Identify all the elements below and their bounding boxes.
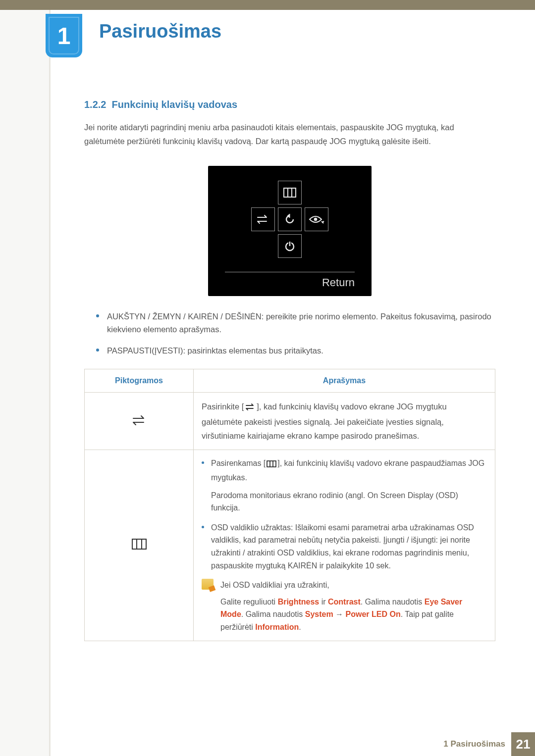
osd-left-source-icon	[251, 207, 275, 231]
svg-point-3	[314, 218, 317, 221]
bullet-text: AUKŠTYN / ŽEMYN / KAIRĖN / DEŠINĖN: pere…	[107, 310, 495, 336]
note-lead: Jei OSD valdikliai yra užrakinti,	[220, 579, 487, 592]
section-title: Funkcinių klavišų vadovas	[112, 99, 237, 110]
bullet-dot-icon	[96, 314, 99, 317]
list-item: Pasirenkamas [], kai funkcinių klavišų v…	[202, 457, 487, 514]
osd-illustration: Return	[208, 166, 372, 296]
top-bar	[0, 0, 535, 10]
row-icon-source	[85, 393, 194, 450]
footer-label: 1 Pasiruošimas	[443, 739, 505, 749]
svg-rect-12	[267, 461, 276, 467]
bullet-dot-icon	[96, 349, 99, 352]
bullet-list: AUKŠTYN / ŽEMYN / KAIRĖN / DEŠINĖN: pere…	[96, 310, 495, 357]
source-icon	[245, 401, 256, 415]
chapter-number: 1	[57, 22, 71, 50]
table-header-desc: Aprašymas	[194, 369, 495, 393]
row-icon-menu	[85, 450, 194, 641]
osd-down-power-icon	[278, 234, 302, 258]
source-icon	[131, 414, 148, 427]
item-pre: Pasirenkamas [	[211, 459, 266, 467]
note-icon	[202, 579, 214, 590]
list-item: PASPAUSTI(ĮVESTI): pasirinktas elementas…	[96, 344, 495, 357]
table-row: Pasirenkamas [], kai funkcinių klavišų v…	[85, 450, 495, 641]
svg-rect-9	[132, 539, 146, 549]
chapter-title: Pasiruošimas	[99, 21, 221, 42]
note-text: Jei OSD valdikliai yra užrakinti, Galite…	[220, 579, 487, 633]
osd-return-label: Return	[225, 272, 355, 289]
osd-up-menu-icon	[278, 181, 302, 204]
page-number: 21	[511, 732, 535, 756]
svg-rect-0	[284, 188, 296, 197]
desc-pre: Pasirinkite [	[202, 402, 244, 411]
icon-table: Piktogramos Aprašymas Pasirinkite [], ka…	[84, 369, 495, 641]
row-desc: Pasirenkamas [], kai funkcinių klavišų v…	[194, 450, 495, 641]
row-desc: Pasirinkite [], kad funkcinių klavišų va…	[194, 393, 495, 450]
menu-icon	[132, 539, 147, 550]
content: 1.2.2 Funkcinių klavišų vadovas Jei nori…	[84, 99, 495, 641]
item-text: OSD valdiklio užraktas: Išlaikomi esami …	[211, 521, 487, 572]
chapter-badge: 1	[46, 14, 82, 57]
osd-cross	[225, 181, 355, 258]
list-item: AUKŠTYN / ŽEMYN / KAIRĖN / DEŠINĖN: pere…	[96, 310, 495, 336]
bullet-dot-icon	[202, 461, 204, 464]
section-heading: 1.2.2 Funkcinių klavišų vadovas	[84, 99, 495, 110]
bullet-dot-icon	[202, 526, 204, 528]
osd-right-eye-icon	[305, 207, 328, 231]
left-margin	[0, 10, 51, 756]
menu-icon	[267, 458, 276, 471]
osd-center-return-icon	[278, 207, 302, 231]
osd-panel: Return	[208, 166, 372, 296]
list-item: OSD valdiklio užraktas: Išlaikomi esami …	[202, 521, 487, 572]
intro-paragraph: Jei norite atidaryti pagrindinį meniu ar…	[84, 120, 495, 148]
table-row: Pasirinkite [], kad funkcinių klavišų va…	[85, 393, 495, 450]
note-block: Jei OSD valdikliai yra užrakinti, Galite…	[202, 579, 487, 633]
item-extra: Parodoma monitoriaus ekrano rodinio (ang…	[211, 489, 487, 514]
bullet-text: PASPAUSTI(ĮVESTI): pasirinktas elementas…	[107, 344, 323, 357]
table-header-icons: Piktogramos	[85, 369, 194, 393]
section-number: 1.2.2	[84, 99, 106, 110]
